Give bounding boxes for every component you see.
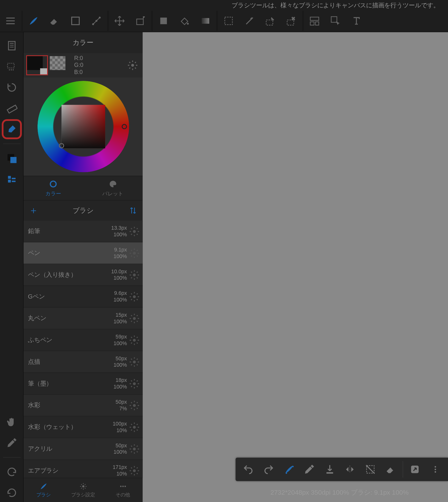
brush-stats: 171px10% xyxy=(112,464,127,477)
svg-point-30 xyxy=(133,317,136,320)
float-eyedropper-button[interactable] xyxy=(299,459,320,479)
menu-button[interactable] xyxy=(0,10,21,31)
gradient-tool-button[interactable] xyxy=(195,10,216,31)
brush-row[interactable]: ふちペン59px100% xyxy=(24,329,143,351)
float-fullscreen-button[interactable] xyxy=(405,459,425,479)
brush-row[interactable]: ペン9.1px100% xyxy=(24,243,143,264)
svg-rect-17 xyxy=(7,105,17,113)
svg-rect-5 xyxy=(160,17,167,24)
svg-point-27 xyxy=(133,251,136,254)
brush-settings-button[interactable] xyxy=(129,291,140,302)
float-more-button[interactable] xyxy=(425,459,446,479)
rail-hand-button[interactable] xyxy=(2,413,21,431)
float-save-button[interactable] xyxy=(320,459,340,479)
brush-row[interactable]: 鉛筆13.3px100% xyxy=(24,221,143,243)
frame-tool-button[interactable] xyxy=(304,10,325,31)
hue-cursor[interactable] xyxy=(121,124,127,129)
brush-settings-button[interactable] xyxy=(129,443,140,455)
rail-rotate-button[interactable] xyxy=(2,78,21,97)
canvas-area[interactable] xyxy=(143,32,448,502)
brush-stats: 50px7% xyxy=(115,399,127,412)
brush-settings-button[interactable] xyxy=(129,313,140,324)
svg-rect-11 xyxy=(310,17,319,20)
svg-point-26 xyxy=(133,230,136,233)
brush-tool-button[interactable] xyxy=(23,10,44,31)
color-tabs: カラー パレット xyxy=(24,176,143,200)
brush-settings-button[interactable] xyxy=(129,269,140,280)
float-brush-button[interactable] xyxy=(279,459,299,479)
svg-rect-20 xyxy=(8,176,11,179)
brush-settings-button[interactable] xyxy=(129,421,140,433)
svg-point-33 xyxy=(133,382,136,385)
brush-row[interactable]: 点描50px100% xyxy=(24,351,143,373)
brush-row[interactable]: Gペン9.6px100% xyxy=(24,286,143,308)
brush-settings-button[interactable] xyxy=(129,334,140,346)
rail-layers-button[interactable] xyxy=(2,170,21,188)
svg-rect-8 xyxy=(225,17,232,25)
magic-wand-button[interactable] xyxy=(239,10,260,31)
text-tool-button[interactable] xyxy=(346,10,367,31)
brush-settings-button[interactable] xyxy=(129,378,140,389)
sv-cursor[interactable] xyxy=(59,143,64,148)
bottom-tab-brush[interactable]: ブラシ xyxy=(24,478,63,502)
rail-selection-button[interactable] xyxy=(2,57,21,76)
color-panel-title: カラー xyxy=(24,32,143,53)
brush-settings-button[interactable] xyxy=(129,247,140,259)
float-deselect-button[interactable] xyxy=(360,459,381,479)
add-brush-button[interactable]: ＋ xyxy=(29,204,38,217)
pointer-tool-button[interactable] xyxy=(325,10,346,31)
brush-row[interactable]: 筆（墨）18px100% xyxy=(24,373,143,395)
bucket-tool-button[interactable] xyxy=(174,10,195,31)
select-lasso-button[interactable] xyxy=(281,10,302,31)
brush-settings-button[interactable] xyxy=(129,226,140,237)
float-redo-button[interactable] xyxy=(259,459,279,479)
tab-palette[interactable]: パレット xyxy=(83,176,143,200)
svg-rect-15 xyxy=(8,41,15,50)
bottom-tab-other[interactable]: その他 xyxy=(103,478,143,502)
sort-brushes-button[interactable] xyxy=(129,206,138,215)
svg-rect-12 xyxy=(310,22,314,25)
select-pen-button[interactable] xyxy=(260,10,281,31)
float-flip-button[interactable] xyxy=(340,459,360,479)
brush-row[interactable]: エアブラシ171px10% xyxy=(24,460,143,478)
brush-settings-button[interactable] xyxy=(129,465,140,476)
fill-tool-button[interactable] xyxy=(153,10,174,31)
rail-ruler-button[interactable] xyxy=(2,99,21,118)
transform-tool-button[interactable] xyxy=(130,10,151,31)
brush-row[interactable]: アクリル50px100% xyxy=(24,438,143,460)
tab-color[interactable]: カラー xyxy=(24,176,83,200)
svg-point-36 xyxy=(133,447,136,450)
rail-eyedropper-button[interactable] xyxy=(2,434,21,452)
svg-rect-0 xyxy=(72,17,79,25)
select-rect-button[interactable] xyxy=(218,10,239,31)
rail-color-button[interactable] xyxy=(2,149,21,168)
brush-panel-title: ブラシ xyxy=(73,206,94,215)
brush-row[interactable]: ペン（入り抜き）10.0px100% xyxy=(24,264,143,286)
rail-undo-button[interactable] xyxy=(2,484,21,502)
rail-brush-button[interactable] xyxy=(2,120,21,138)
rail-redo-button[interactable] xyxy=(2,463,21,481)
brush-stats: 13.3px100% xyxy=(111,225,127,238)
rail-reference-button[interactable] xyxy=(2,36,21,55)
color-wheel[interactable] xyxy=(24,77,143,176)
bottom-tab-settings[interactable]: ブラシ設定 xyxy=(63,478,103,502)
eraser-tool-button[interactable] xyxy=(44,10,65,31)
move-tool-button[interactable] xyxy=(109,10,130,31)
brush-stats: 50px100% xyxy=(113,355,127,368)
brush-settings-button[interactable] xyxy=(129,356,140,367)
brush-row[interactable]: 水彩（ウェット）100px10% xyxy=(24,416,143,438)
brush-settings-button[interactable] xyxy=(129,399,140,411)
svg-point-34 xyxy=(133,404,136,407)
path-tool-button[interactable] xyxy=(86,10,107,31)
float-clear-button[interactable] xyxy=(381,459,401,479)
foreground-swatch[interactable] xyxy=(27,56,47,75)
brush-stats: 9.6px100% xyxy=(113,290,127,303)
shape-tool-button[interactable] xyxy=(65,10,86,31)
brush-list[interactable]: 鉛筆13.3px100%ペン9.1px100%ペン（入り抜き）10.0px100… xyxy=(24,221,143,478)
brush-row[interactable]: 丸ペン15px100% xyxy=(24,308,143,329)
float-undo-button[interactable] xyxy=(238,459,259,479)
brush-name: ペン（入り抜き） xyxy=(28,271,112,279)
color-settings-button[interactable] xyxy=(126,59,139,72)
brush-row[interactable]: 水彩50px7% xyxy=(24,395,143,416)
transparent-swatch[interactable] xyxy=(50,56,70,75)
